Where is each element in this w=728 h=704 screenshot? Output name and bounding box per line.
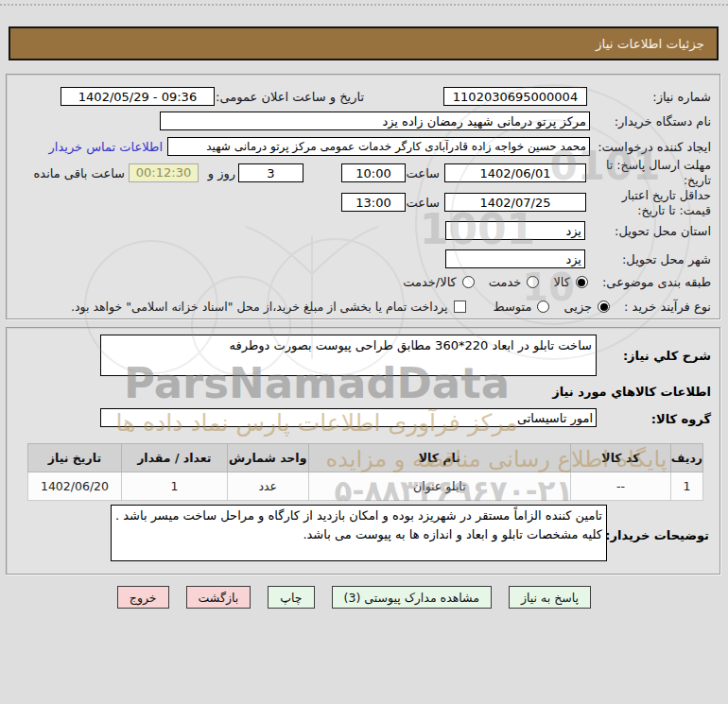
radio-minor-label: جزیی: [563, 300, 592, 314]
goods-group-field[interactable]: [100, 408, 597, 427]
col-need-date: تاریخ نیاز: [28, 444, 122, 472]
province-field[interactable]: [445, 221, 585, 240]
subject-class-row: طبقه بندی موضوعی: کالا خدمت کالا/خدمت: [403, 275, 711, 289]
purchase-option-medium[interactable]: متوسط: [494, 300, 550, 314]
exit-button[interactable]: خروج: [117, 586, 169, 609]
price-validity-date-field[interactable]: [444, 193, 586, 212]
back-button[interactable]: بازگشت: [186, 586, 251, 609]
need-info-panel: شماره نیاز: تاریخ و ساعت اعلان عمومی: نا…: [6, 74, 720, 319]
subject-option-goods[interactable]: کالا: [553, 275, 588, 289]
radio-service-icon[interactable]: [527, 276, 539, 288]
goods-section-header: اطلاعات کالاهاي مورد نیاز: [552, 385, 711, 399]
page-title-bar: جزئیات اطلاعات نیاز: [9, 26, 719, 60]
radio-medium-icon[interactable]: [537, 300, 549, 313]
page-title: جزئیات اطلاعات نیاز: [596, 36, 704, 51]
buyer-notes-textarea[interactable]: تامین کننده الزاماً مستقر در شهریزد بوده…: [111, 505, 607, 561]
countdown-timer: 00:12:30: [129, 163, 199, 182]
cell-unit: عدد: [227, 472, 308, 501]
buyer-notes-label: توضیحات خریدار:: [605, 528, 709, 542]
need-desc-textarea[interactable]: ساخت تابلو در ابعاد 220*360 مطابق طراحی …: [100, 335, 597, 376]
cell-row-number: 1: [670, 472, 702, 501]
province-label: استان محل تحویل:: [615, 224, 711, 238]
need-details-page: { "title_bar": { "text": "جزئیات اطلاعات…: [0, 0, 728, 704]
col-goods-name: نام کالا: [308, 444, 570, 472]
treasury-checkbox-icon[interactable]: [454, 300, 466, 313]
purchase-option-minor[interactable]: جزیی: [563, 300, 610, 314]
treasury-payment-option[interactable]: پرداخت تمام یا بخشی از مبلغ خرید،از محل …: [71, 300, 466, 314]
cell-quantity: 1: [121, 472, 227, 501]
top-dotted-divider: [0, 4, 728, 6]
col-row-number: ردیف: [670, 444, 702, 472]
buyer-contact-link[interactable]: اطلاعات تماس خریدار: [49, 140, 163, 154]
city-field[interactable]: [445, 249, 585, 268]
announce-datetime-field[interactable]: [61, 87, 215, 106]
col-goods-code: کد کالا: [571, 444, 671, 472]
reply-deadline-date-field[interactable]: [444, 163, 586, 182]
goods-info-panel: شرح کلي نیاز: ساخت تابلو در ابعاد 220*36…: [6, 327, 720, 575]
print-button[interactable]: چاپ: [268, 586, 314, 609]
purchase-type-row: نوع فرآیند خرید : جزیی متوسط پرداخت تمام…: [71, 300, 711, 314]
announce-datetime-label: تاریخ و ساعت اعلان عمومی:: [216, 90, 364, 104]
radio-goods-service-label: کالا/خدمت: [403, 275, 457, 289]
radio-goods-label: کالا: [553, 275, 570, 289]
need-number-label: شماره نیاز:: [652, 90, 711, 104]
city-label: شهر محل تحویل:: [622, 252, 711, 266]
action-buttons-row: پاسخ به نیاز مشاهده مدارک پیوستی (3) چاپ…: [117, 586, 591, 609]
request-creator-label: ایجاد کننده درخواست:: [598, 140, 711, 154]
buyer-org-field[interactable]: [160, 112, 590, 130]
reply-deadline-time-field[interactable]: [341, 163, 406, 182]
subject-option-service[interactable]: خدمت: [489, 275, 540, 289]
request-creator-field[interactable]: [167, 137, 590, 156]
col-unit: واحد شمارش: [227, 444, 308, 472]
subject-option-goods-service[interactable]: کالا/خدمت: [403, 275, 475, 289]
treasury-checkbox-label: پرداخت تمام یا بخشی از مبلغ خرید،از محل …: [71, 300, 448, 314]
radio-service-label: خدمت: [489, 275, 522, 289]
cell-need-date: 1402/06/20: [28, 472, 122, 501]
cell-goods-name: تابلو عنوان: [308, 472, 570, 501]
radio-minor-icon[interactable]: [598, 300, 610, 313]
view-attachments-button[interactable]: مشاهده مدارک پیوستی (3): [332, 586, 492, 609]
goods-group-label: گروه کالا:: [651, 412, 711, 426]
col-quantity: تعداد / مقدار: [121, 444, 227, 472]
radio-goods-icon[interactable]: [576, 276, 588, 288]
cell-goods-code: --: [571, 472, 671, 501]
goods-table-header-row: ردیف کد کالا نام کالا واحد شمارش تعداد /…: [28, 444, 703, 472]
hours-remaining-label: ساعت باقی مانده: [34, 166, 125, 180]
price-validity-label: حداقل تاریخ اعتبار قیمت: تا تاریخ:: [598, 188, 711, 219]
need-number-field[interactable]: [443, 87, 587, 106]
buyer-org-label: نام دستگاه خریدار:: [615, 114, 711, 129]
purchase-type-label: نوع فرآیند خرید :: [624, 300, 711, 314]
reply-to-need-button[interactable]: پاسخ به نیاز: [509, 586, 591, 609]
need-desc-label: شرح کلي نیاز:: [623, 349, 711, 363]
subject-class-label: طبقه بندی موضوعی:: [602, 275, 711, 289]
price-validity-time-field[interactable]: [341, 193, 406, 212]
reply-deadline-hour-label: ساعت: [407, 166, 440, 180]
table-row: 1 -- تابلو عنوان عدد 1 1402/06/20: [28, 472, 703, 501]
radio-medium-label: متوسط: [494, 300, 532, 314]
goods-table: ردیف کد کالا نام کالا واحد شمارش تعداد /…: [27, 443, 703, 501]
reply-deadline-label: مهلت ارسال پاسخ: تا تاریخ:: [593, 158, 711, 189]
price-validity-hour-label: ساعت: [407, 196, 440, 210]
radio-goods-service-icon[interactable]: [462, 276, 475, 288]
remaining-days-field[interactable]: [238, 163, 303, 182]
days-and-label: روز و: [208, 166, 235, 180]
